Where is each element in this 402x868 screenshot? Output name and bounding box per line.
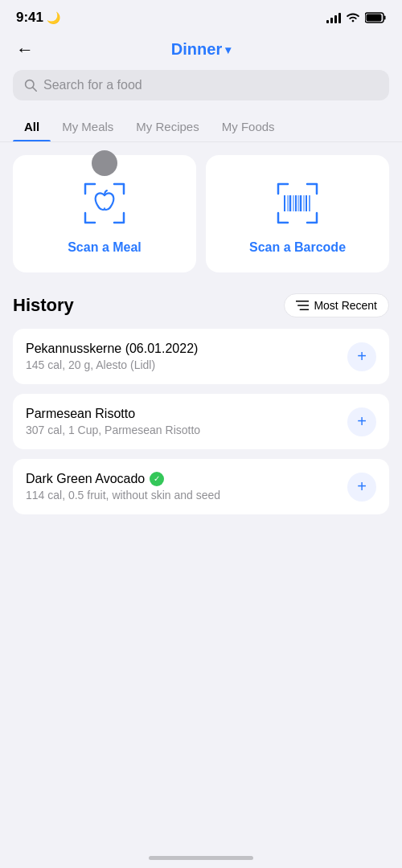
home-indicator (149, 856, 253, 860)
status-time: 9:41 (16, 10, 43, 26)
add-button[interactable]: + (347, 342, 376, 371)
status-bar: 9:41 🌙 (0, 0, 402, 32)
add-button[interactable]: + (347, 407, 376, 436)
svg-line-4 (33, 88, 36, 91)
scan-barcode-label: Scan a Barcode (249, 240, 346, 255)
sort-button[interactable]: Most Recent (284, 293, 389, 317)
food-item-name: Dark Green Avocado ✓ (26, 472, 347, 486)
food-item-info: Parmesean Risotto 307 cal, 1 Cup, Parmes… (26, 407, 347, 436)
food-item-name: Parmesean Risotto (26, 407, 347, 421)
food-item-detail: 307 cal, 1 Cup, Parmesean Risotto (26, 424, 347, 436)
scan-cards: Scan a Meal (13, 155, 389, 272)
meal-scan-icon (79, 178, 130, 229)
wifi-icon (346, 12, 360, 23)
scan-meal-label: Scan a Meal (68, 240, 142, 255)
header-title: Dinner ▾ (171, 40, 231, 59)
tab-my-meals[interactable]: My Meals (51, 112, 125, 141)
food-item-info: Dark Green Avocado ✓ 114 cal, 0.5 fruit,… (26, 472, 347, 502)
chevron-down-icon[interactable]: ▾ (225, 43, 231, 56)
signal-icon (326, 12, 341, 23)
scan-meal-card[interactable]: Scan a Meal (13, 155, 196, 272)
food-item: Dark Green Avocado ✓ 114 cal, 0.5 fruit,… (13, 459, 389, 514)
sort-icon (296, 300, 309, 311)
search-placeholder-text: Search for a food (43, 78, 142, 92)
svg-rect-2 (367, 14, 382, 22)
search-bar[interactable]: Search for a food (13, 70, 389, 100)
food-item-info: Pekannusskerne (06.01.2022) 145 cal, 20 … (26, 342, 347, 371)
avatar (92, 150, 117, 176)
food-list: Pekannusskerne (06.01.2022) 145 cal, 20 … (13, 329, 389, 522)
food-item: Pekannusskerne (06.01.2022) 145 cal, 20 … (13, 329, 389, 384)
svg-rect-1 (384, 16, 386, 20)
add-button[interactable]: + (347, 473, 376, 502)
verified-badge: ✓ (150, 472, 164, 486)
food-item-name: Pekannusskerne (06.01.2022) (26, 342, 347, 356)
tabs-container: All My Meals My Recipes My Foods (0, 112, 402, 142)
back-button[interactable]: ← (16, 39, 34, 60)
header: ← Dinner ▾ (0, 32, 402, 70)
page-title: Dinner (171, 40, 222, 59)
food-item-detail: 114 cal, 0.5 fruit, without skin and see… (26, 489, 347, 502)
search-container: Search for a food (0, 70, 402, 112)
tab-all[interactable]: All (13, 112, 51, 141)
moon-icon: 🌙 (47, 11, 60, 24)
history-section: History Most Recent Pekannusskerne (06.0… (0, 285, 402, 522)
scan-section: Scan a Meal (0, 142, 402, 285)
tab-my-recipes[interactable]: My Recipes (125, 112, 210, 141)
history-title: History (13, 295, 74, 316)
battery-icon (365, 12, 386, 23)
food-item-detail: 145 cal, 20 g, Alesto (Lidl) (26, 358, 347, 371)
tab-my-foods[interactable]: My Foods (211, 112, 286, 141)
sort-label: Most Recent (314, 299, 377, 312)
status-icons (326, 12, 386, 23)
history-header: History Most Recent (13, 293, 389, 317)
scan-barcode-card[interactable]: Scan a Barcode (206, 155, 389, 272)
barcode-scan-icon (272, 178, 323, 229)
food-item: Parmesean Risotto 307 cal, 1 Cup, Parmes… (13, 394, 389, 449)
